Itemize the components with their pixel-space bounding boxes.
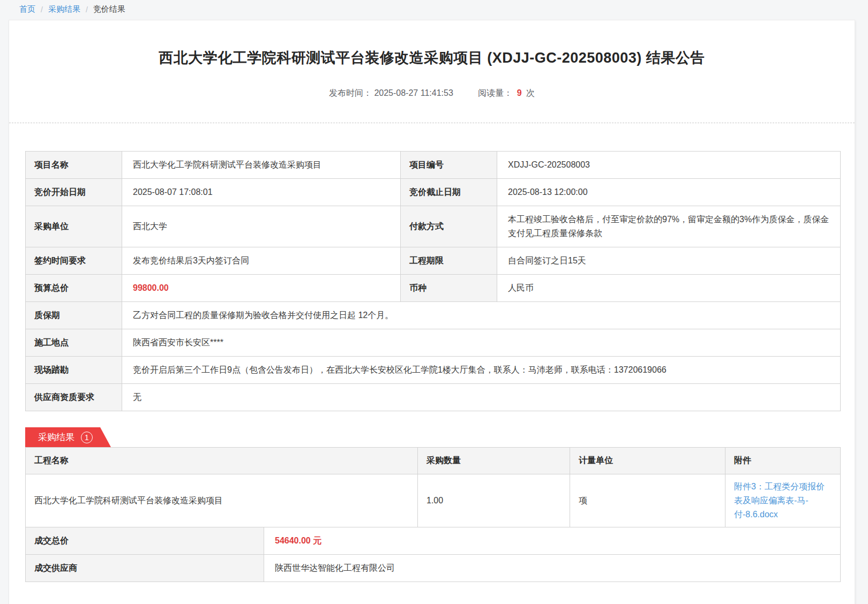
detail-label: 签约时间要求	[26, 247, 122, 275]
table-header-row: 工程名称 采购数量 计量单位 附件	[26, 448, 841, 474]
detail-value: 人民币	[497, 275, 841, 302]
announcement-title: 西北大学化工学院科研测试平台装修改造采购项目 (XDJJ-GC-20250800…	[9, 20, 855, 67]
table-row: 预算总价 99800.00 币种 人民币	[26, 275, 841, 302]
detail-value: 竞价开启后第三个工作日9点（包含公告发布日），在西北大学长安校区化工学院1楼大厅…	[122, 357, 841, 384]
table-row: 现场踏勘 竞价开启后第三个工作日9点（包含公告发布日），在西北大学长安校区化工学…	[26, 357, 841, 384]
breadcrumb-procurement-results-link[interactable]: 采购结果	[48, 4, 80, 14]
deal-supplier-value: 陕西世华达智能化工程有限公司	[264, 555, 841, 582]
detail-label: 供应商资质要求	[26, 384, 122, 411]
table-row: 质保期 乙方对合同工程的质量保修期为验收合格并交付使用之日起 12个月。	[26, 302, 841, 329]
table-row: 成交总价 54640.00 元	[26, 527, 841, 555]
table-row: 供应商资质要求 无	[26, 384, 841, 411]
column-header-unit: 计量单位	[570, 448, 725, 474]
detail-value: 本工程竣工验收合格后，付至审定价款的97%，留审定金额的3%作为质保金，质保金支…	[497, 206, 841, 247]
budget-total-value: 99800.00	[122, 275, 401, 302]
detail-label: 施工地点	[26, 329, 122, 357]
breadcrumb-separator: /	[86, 5, 88, 14]
table-row: 成交供应商 陕西世华达智能化工程有限公司	[26, 555, 841, 582]
detail-label: 采购单位	[26, 206, 122, 247]
detail-label: 质保期	[26, 302, 122, 329]
detail-label: 预算总价	[26, 275, 122, 302]
views-unit: 次	[526, 88, 535, 97]
detail-value: 西北大学	[122, 206, 401, 247]
attachment-cell: 附件3：工程类分项报价表及响应偏离表-马-付-8.6.docx	[725, 474, 841, 527]
detail-value: 2025-08-13 12:00:00	[497, 179, 841, 206]
project-details-table: 项目名称 西北大学化工学院科研测试平台装修改造采购项目 项目编号 XDJJ-GC…	[25, 151, 841, 411]
column-header-quantity: 采购数量	[418, 448, 570, 474]
detail-value: 乙方对合同工程的质量保修期为验收合格并交付使用之日起 12个月。	[122, 302, 841, 329]
announcement-card: 西北大学化工学院科研测试平台装修改造采购项目 (XDJJ-GC-20250800…	[9, 20, 855, 604]
detail-label: 竞价截止日期	[401, 179, 497, 206]
detail-value: 发布竞价结果后3天内签订合同	[122, 247, 401, 275]
detail-value: 自合同签订之日15天	[497, 247, 841, 275]
attachment-download-link[interactable]: 附件3：工程类分项报价表及响应偏离表-马-付-8.6.docx	[734, 480, 833, 522]
table-row: 竞价开始日期 2025-08-07 17:08:01 竞价截止日期 2025-0…	[26, 179, 841, 206]
breadcrumb-home-link[interactable]: 首页	[19, 4, 35, 14]
detail-value: XDJJ-GC-202508003	[497, 152, 841, 179]
detail-value: 陕西省西安市长安区****	[122, 329, 841, 357]
procurement-result-tab-label: 采购结果	[38, 431, 74, 443]
deal-price-label: 成交总价	[26, 527, 264, 555]
views-label: 阅读量：	[478, 88, 512, 97]
result-unit: 项	[570, 474, 725, 527]
breadcrumb: 首页 / 采购结果 / 竞价结果	[0, 0, 868, 20]
result-count-badge: 1	[81, 432, 93, 443]
detail-label: 竞价开始日期	[26, 179, 122, 206]
procurement-result-table: 工程名称 采购数量 计量单位 附件 西北大学化工学院科研测试平台装修改造采购项目…	[25, 447, 841, 527]
table-row: 西北大学化工学院科研测试平台装修改造采购项目 1.00 项 附件3：工程类分项报…	[26, 474, 841, 527]
column-header-project-name: 工程名称	[26, 448, 418, 474]
publish-meta: 发布时间： 2025-08-27 11:41:53 阅读量： 9 次	[9, 88, 855, 99]
detail-label: 项目名称	[26, 152, 122, 179]
detail-label: 付款方式	[401, 206, 497, 247]
result-quantity: 1.00	[418, 474, 570, 527]
detail-label: 项目编号	[401, 152, 497, 179]
breadcrumb-current-page: 竞价结果	[93, 4, 125, 14]
page: 首页 / 采购结果 / 竞价结果 西北大学化工学院科研测试平台装修改造采购项目 …	[0, 0, 868, 604]
detail-value: 2025-08-07 17:08:01	[122, 179, 401, 206]
deal-summary-table: 成交总价 54640.00 元 成交供应商 陕西世华达智能化工程有限公司	[25, 527, 841, 582]
deal-price-value: 54640.00 元	[264, 527, 841, 555]
table-row: 签约时间要求 发布竞价结果后3天内签订合同 工程期限 自合同签订之日15天	[26, 247, 841, 275]
column-header-attachment: 附件	[725, 448, 841, 474]
detail-value: 西北大学化工学院科研测试平台装修改造采购项目	[122, 152, 401, 179]
publish-time-value: 2025-08-27 11:41:53	[374, 88, 453, 97]
result-project-name: 西北大学化工学院科研测试平台装修改造采购项目	[26, 474, 418, 527]
detail-label: 现场踏勘	[26, 357, 122, 384]
detail-label: 币种	[401, 275, 497, 302]
procurement-result-tab: 采购结果 1	[25, 427, 111, 447]
table-row: 施工地点 陕西省西安市长安区****	[26, 329, 841, 357]
breadcrumb-separator: /	[41, 5, 43, 14]
detail-value: 无	[122, 384, 841, 411]
detail-label: 工程期限	[401, 247, 497, 275]
deal-supplier-label: 成交供应商	[26, 555, 264, 582]
publish-time-label: 发布时间：	[329, 88, 372, 97]
table-row: 采购单位 西北大学 付款方式 本工程竣工验收合格后，付至审定价款的97%，留审定…	[26, 206, 841, 247]
views-count: 9	[517, 88, 522, 97]
dashed-divider	[9, 123, 855, 123]
table-row: 项目名称 西北大学化工学院科研测试平台装修改造采购项目 项目编号 XDJJ-GC…	[26, 152, 841, 179]
